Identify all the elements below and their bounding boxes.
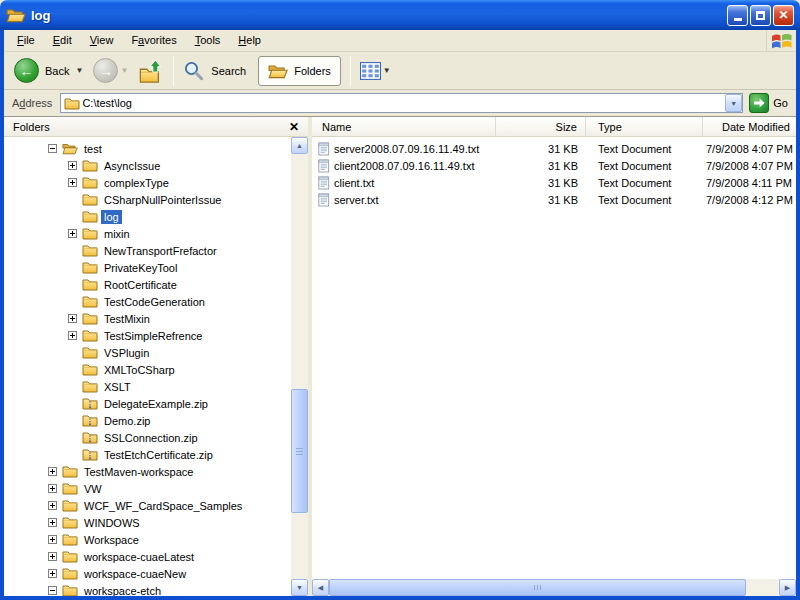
file-name-cell[interactable]: client2008.07.09.16.11.49.txt	[312, 159, 496, 173]
tree-expander-expand-icon[interactable]	[48, 501, 57, 510]
tree-item-label[interactable]: log	[101, 210, 122, 224]
minimize-button[interactable]	[727, 5, 748, 26]
file-name-cell[interactable]: client.txt	[312, 176, 496, 190]
tree-item-label[interactable]: TestEtchCertificate.zip	[101, 448, 216, 462]
tree-expander-expand-icon[interactable]	[48, 552, 57, 561]
tree-item-asyncissue[interactable]: AsyncIssue	[4, 157, 291, 174]
address-input[interactable]	[80, 95, 725, 111]
tree-item-xslt[interactable]: XSLT	[4, 378, 291, 395]
tree-item-vw[interactable]: VW	[4, 480, 291, 497]
tree-item-sslconnection-zip[interactable]: SSLConnection.zip	[4, 429, 291, 446]
menu-item-help[interactable]: Help	[229, 30, 270, 51]
tree-item-csharpnullpointerissue[interactable]: CSharpNullPointerIssue	[4, 191, 291, 208]
tree-item-workspace-cuaelatest[interactable]: workspace-cuaeLatest	[4, 548, 291, 565]
tree-item-label[interactable]: XMLToCSharp	[101, 363, 178, 377]
menu-item-view[interactable]: View	[81, 30, 123, 51]
tree-item-label[interactable]: workspace-cuaeLatest	[81, 550, 197, 564]
tree-item-log[interactable]: log	[4, 208, 291, 225]
tree-item-label[interactable]: workspace-cuaeNew	[81, 567, 189, 581]
file-row-server2008-07-09-16-11-49-txt[interactable]: server2008.07.09.16.11.49.txt31 KBText D…	[312, 140, 796, 157]
search-button[interactable]: Search	[179, 58, 254, 84]
tree-item-testmixin[interactable]: TestMixin	[4, 310, 291, 327]
tree-item-label[interactable]: CSharpNullPointerIssue	[101, 193, 224, 207]
tree-item-label[interactable]: AsyncIssue	[101, 159, 163, 173]
tree-vertical-scrollbar[interactable]: ▲ ▼	[291, 137, 308, 596]
list-horizontal-scrollbar[interactable]: ◀ ▶	[312, 579, 796, 596]
tree-item-testmaven-workspace[interactable]: TestMaven-workspace	[4, 463, 291, 480]
tree-expander-expand-icon[interactable]	[68, 178, 77, 187]
tree-item-label[interactable]: RootCertificate	[101, 278, 180, 292]
tree-item-xmltocsharp[interactable]: XMLToCSharp	[4, 361, 291, 378]
tree-item-label[interactable]: mixin	[101, 227, 133, 241]
up-button[interactable]	[134, 57, 168, 85]
tree-item-label[interactable]: TestCodeGeneration	[101, 295, 208, 309]
tree-expander-expand-icon[interactable]	[48, 467, 57, 476]
tree-item-label[interactable]: test	[81, 142, 105, 156]
views-button[interactable]: ▼	[356, 60, 397, 82]
file-name[interactable]: server2008.07.09.16.11.49.txt	[334, 143, 479, 155]
tree-item-newtransportfrefactor[interactable]: NewTransportFrefactor	[4, 242, 291, 259]
file-row-client-txt[interactable]: client.txt31 KBText Document7/9/2008 4:1…	[312, 174, 796, 191]
scroll-left-button[interactable]: ◀	[312, 579, 329, 596]
scroll-thumb[interactable]	[329, 579, 746, 596]
tree-item-complextype[interactable]: complexType	[4, 174, 291, 191]
file-row-server-txt[interactable]: server.txt31 KBText Document7/9/2008 4:1…	[312, 191, 796, 208]
tree-expander-collapse-icon[interactable]	[48, 586, 57, 595]
file-name-cell[interactable]: server2008.07.09.16.11.49.txt	[312, 142, 496, 156]
address-dropdown-button[interactable]: ▼	[725, 94, 742, 112]
tree-item-label[interactable]: SSLConnection.zip	[101, 431, 201, 445]
tree-item-rootcertificate[interactable]: RootCertificate	[4, 276, 291, 293]
file-name[interactable]: client2008.07.09.16.11.49.txt	[334, 160, 474, 172]
tree-expander-expand-icon[interactable]	[68, 314, 77, 323]
tree-item-label[interactable]: WINDOWS	[81, 516, 143, 530]
menu-item-tools[interactable]: Tools	[186, 30, 230, 51]
tree-expander-expand-icon[interactable]	[48, 484, 57, 493]
tree-item-testcodegeneration[interactable]: TestCodeGeneration	[4, 293, 291, 310]
forward-button[interactable]: → ▼	[89, 56, 134, 85]
tree-expander-expand-icon[interactable]	[48, 518, 57, 527]
tree-item-windows[interactable]: WINDOWS	[4, 514, 291, 531]
tree-item-label[interactable]: VW	[81, 482, 105, 496]
menu-item-edit[interactable]: Edit	[44, 30, 81, 51]
menu-item-file[interactable]: File	[8, 30, 44, 51]
tree-expander-collapse-icon[interactable]	[48, 144, 57, 153]
back-button[interactable]: ← Back ▼	[10, 56, 89, 85]
tree-item-label[interactable]: NewTransportFrefactor	[101, 244, 220, 258]
tree-item-label[interactable]: complexType	[101, 176, 172, 190]
file-row-client2008-07-09-16-11-49-txt[interactable]: client2008.07.09.16.11.49.txt31 KBText D…	[312, 157, 796, 174]
go-button[interactable]	[749, 93, 769, 113]
tree-expander-expand-icon[interactable]	[68, 229, 77, 238]
tree-item-testetchcertificate-zip[interactable]: TestEtchCertificate.zip	[4, 446, 291, 463]
close-button[interactable]: ✕	[773, 5, 794, 26]
tree-item-label[interactable]: WCF_WF_CardSpace_Samples	[81, 499, 245, 513]
tree-item-label[interactable]: Demo.zip	[101, 414, 153, 428]
tree-item-vsplugin[interactable]: VSPlugin	[4, 344, 291, 361]
address-combo[interactable]: ▼	[60, 93, 743, 113]
tree-item-label[interactable]: TestSimpleRefrence	[101, 329, 205, 343]
tree-item-delegateexample-zip[interactable]: DelegateExample.zip	[4, 395, 291, 412]
tree-expander-expand-icon[interactable]	[48, 569, 57, 578]
column-header-type[interactable]: Type	[586, 117, 703, 136]
tree-item-mixin[interactable]: mixin	[4, 225, 291, 242]
tree-item-workspace-etch[interactable]: workspace-etch	[4, 582, 291, 596]
tree-item-privatekeytool[interactable]: PrivateKeyTool	[4, 259, 291, 276]
scroll-down-button[interactable]: ▼	[291, 579, 308, 596]
tree-item-label[interactable]: VSPlugin	[101, 346, 152, 360]
tree-item-label[interactable]: XSLT	[101, 380, 134, 394]
scroll-up-button[interactable]: ▲	[291, 137, 308, 154]
back-dropdown-icon[interactable]: ▼	[75, 66, 83, 75]
tree-item-label[interactable]: TestMaven-workspace	[81, 465, 196, 479]
tree-item-wcf-wf-cardspace-samples[interactable]: WCF_WF_CardSpace_Samples	[4, 497, 291, 514]
file-name[interactable]: client.txt	[334, 177, 374, 189]
tree-item-test[interactable]: test	[4, 140, 291, 157]
tree-item-workspace-cuaenew[interactable]: workspace-cuaeNew	[4, 565, 291, 582]
tree-item-testsimplerefrence[interactable]: TestSimpleRefrence	[4, 327, 291, 344]
scroll-thumb[interactable]	[291, 389, 308, 513]
tree-item-label[interactable]: TestMixin	[101, 312, 153, 326]
folders-button[interactable]: Folders	[258, 56, 341, 86]
scroll-right-button[interactable]: ▶	[779, 579, 796, 596]
tree-expander-expand-icon[interactable]	[48, 535, 57, 544]
tree-item-label[interactable]: workspace-etch	[81, 584, 164, 597]
column-header-date-modified[interactable]: Date Modified	[703, 117, 796, 136]
column-header-size[interactable]: Size	[496, 117, 586, 136]
